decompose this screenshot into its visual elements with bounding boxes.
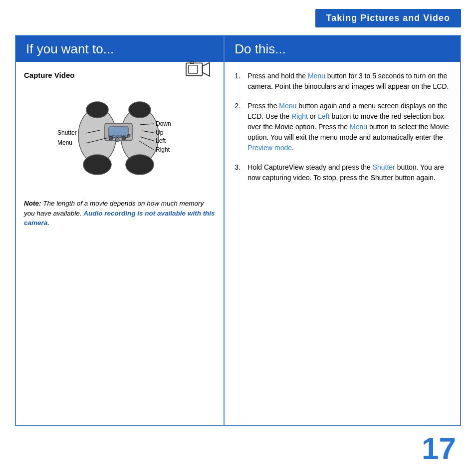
svg-text:Left: Left [156,137,166,144]
list-item: 2. Press the Menu button again and a men… [235,101,450,153]
svg-text:Right: Right [156,146,170,153]
section-title: Capture Video [24,71,74,79]
svg-text:CAPTUREVIEW: CAPTUREVIEW [109,134,128,137]
left-column-header: If you want to... [16,36,225,62]
svg-point-6 [83,155,111,175]
step-text: Press the Menu button again and a menu s… [247,101,450,153]
svg-rect-1 [189,65,198,73]
keyword-menu: Menu [279,102,296,110]
binoculars-svg: CAPTUREVIEW Shutter Menu [55,91,185,196]
note-label: Note: [24,200,41,207]
right-header-label: Do this... [235,41,286,57]
list-item: 3. Hold CaptureView steady and press the… [235,162,450,183]
header-bar: Taking Pictures and Video [315,9,461,27]
keyword-preview-mode: Preview mode [247,144,292,152]
table-header: If you want to... Do this... [16,36,460,62]
right-column-header: Do this... [225,36,460,62]
keyword-shutter: Shutter [373,163,395,171]
page-number: 17 [422,431,456,466]
svg-point-5 [86,102,108,118]
step-number: 2. [235,101,244,153]
instructions-list: 1. Press and hold the Menu button for 3 … [235,71,450,183]
left-header-label: If you want to... [26,41,114,57]
video-camera-icon [186,60,211,81]
binoculars-diagram: CAPTUREVIEW Shutter Menu [55,91,185,191]
svg-text:Menu: Menu [57,139,72,146]
keyword-menu: Menu [350,123,367,131]
table-body: Capture Video [16,62,460,425]
left-column: Capture Video [16,62,225,425]
svg-point-8 [129,102,151,118]
svg-point-14 [115,138,119,142]
step-number: 3. [235,162,244,183]
svg-text:Shutter: Shutter [57,129,77,136]
list-item: 1. Press and hold the Menu button for 3 … [235,71,450,92]
right-column: 1. Press and hold the Menu button for 3 … [225,62,460,425]
note-section: Note: The length of a movie depends on h… [24,199,216,228]
keyword-left: Left [318,112,329,120]
svg-marker-2 [203,62,210,76]
svg-point-9 [126,155,154,175]
step-text: Press and hold the Menu button for 3 to … [247,71,450,92]
page-title: Taking Pictures and Video [326,13,450,23]
main-table: If you want to... Do this... Capture Vid… [15,35,461,426]
keyword-menu: Menu [308,72,325,80]
svg-text:Up: Up [156,129,164,136]
svg-text:Down: Down [156,120,171,127]
step-text: Hold CaptureView steady and press the Sh… [247,162,450,183]
keyword-right: Right [291,112,308,120]
step-number: 1. [235,71,244,92]
